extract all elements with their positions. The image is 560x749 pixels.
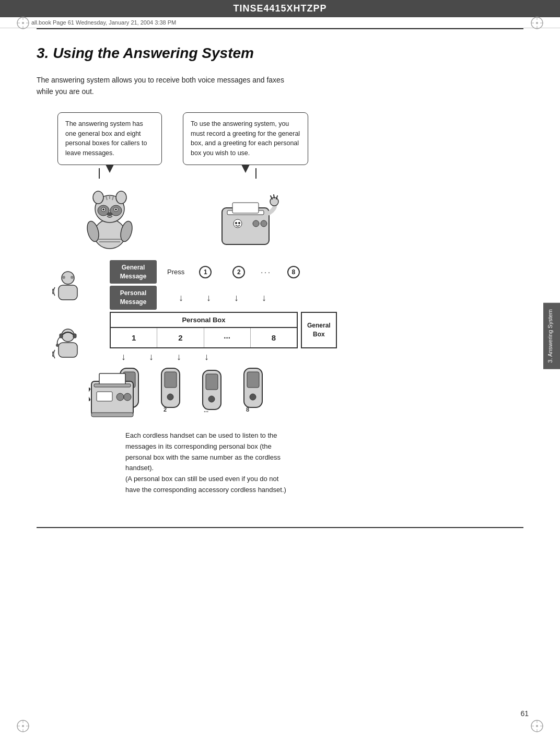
svg-rect-68 [165, 372, 177, 388]
svg-point-29 [116, 191, 126, 204]
arrow-1: ↓ [179, 292, 183, 303]
caption-text: Each cordless handset can be used to lis… [125, 430, 523, 496]
diagram-main: General Message Press 1 2 ··· 8 [110, 260, 523, 415]
handsets-row: 1 2 [110, 366, 523, 415]
intro-text: The answering system allows you to recei… [37, 76, 284, 96]
svg-point-62 [56, 344, 59, 347]
pb-cell-dots: ··· [204, 328, 251, 347]
page-number: 61 [520, 709, 529, 718]
page-number-text: 61 [520, 709, 529, 718]
file-info-text: all.book Page 61 Wednesday, January 21, … [31, 19, 176, 26]
svg-point-83 [116, 393, 124, 401]
right-bubble-col: To use the answering system, you must re… [183, 112, 308, 250]
dots-label: ··· [261, 268, 272, 276]
svg-point-1 [22, 22, 24, 24]
labels-row: General Message Press 1 2 ··· 8 [110, 260, 523, 284]
bubble-right: To use the answering system, you must re… [183, 112, 308, 165]
page-header: TINSE4415XHTZPP [0, 0, 560, 17]
svg-point-7 [536, 22, 538, 24]
fax-mascot [212, 182, 279, 250]
intro-paragraph: The answering system allows you to recei… [37, 74, 523, 98]
svg-point-56 [62, 276, 65, 279]
svg-rect-76 [247, 372, 259, 388]
main-content: 3. Using the Answering System The answer… [0, 29, 560, 527]
chapter-title: Using the Answering System [49, 45, 254, 61]
left-bubble-col: The answering system has one general box… [57, 112, 162, 250]
handset-2: 2 [156, 366, 185, 415]
svg-point-57 [71, 276, 74, 279]
svg-text:2: 2 [164, 406, 167, 413]
personal-box-header: Personal Box [111, 313, 297, 328]
circle-1: 1 [199, 266, 212, 278]
handset-dots-icon: ··· [197, 368, 226, 415]
chapter-heading: 3. Using the Answering System [37, 45, 523, 62]
svg-rect-80 [99, 373, 125, 385]
bubble-right-tail [255, 168, 256, 179]
circle-1-text: 1 [204, 268, 207, 276]
svg-text:8: 8 [246, 406, 249, 413]
bubble-left-text: The answering system has one general box… [65, 120, 147, 157]
caller-person-area [52, 271, 84, 365]
svg-rect-82 [97, 392, 112, 401]
pb-cell-8-text: 8 [272, 333, 276, 342]
reg-mark-top-left [16, 16, 30, 30]
svg-rect-61 [73, 334, 76, 338]
pb-header-text: Personal Box [182, 316, 225, 324]
press-row: Press 1 2 ··· 8 [162, 266, 310, 278]
svg-text:···: ··· [204, 408, 208, 415]
bubble-left-tail [99, 168, 100, 179]
bubbles-mascots-area: The answering system has one general box… [37, 112, 523, 250]
reg-mark-bottom-right [530, 719, 544, 733]
bottom-arrows-row: ↓ ↓ ↓ ↓ [110, 352, 523, 362]
svg-point-84 [124, 393, 131, 401]
handset-8: 8 [239, 366, 267, 415]
caller-person-2 [52, 328, 84, 365]
circle-8: 8 [287, 266, 300, 278]
svg-point-73 [208, 396, 215, 402]
general-box-text: General Box [307, 321, 331, 339]
svg-rect-72 [206, 374, 218, 390]
personal-box-table: Personal Box 1 2 ··· 8 [110, 312, 298, 348]
svg-rect-59 [59, 343, 77, 357]
caller-person-1 [52, 271, 84, 302]
bubble-left: The answering system has one general box… [57, 112, 162, 165]
chapter-number: 3. [37, 45, 49, 61]
general-message-label: General Message [110, 260, 157, 284]
bottom-rule [37, 527, 523, 528]
b-arrow-2: ↓ [149, 352, 154, 362]
svg-point-28 [93, 191, 103, 204]
raccoon-mascot [84, 182, 136, 250]
press-label: Press [167, 268, 184, 276]
pb-cell-2: 2 [157, 328, 204, 347]
pb-cell-2-text: 2 [178, 333, 182, 342]
caption-content: Each cordless handset can be used to lis… [125, 431, 286, 494]
diagram-section: General Message Press 1 2 ··· 8 [52, 260, 523, 415]
file-info-bar: all.book Page 61 Wednesday, January 21, … [0, 17, 560, 28]
pb-cells-row: 1 2 ··· 8 [111, 328, 297, 347]
pb-cell-8: 8 [251, 328, 297, 347]
circle-8-text: 8 [292, 268, 296, 276]
svg-line-51 [271, 196, 272, 199]
svg-rect-85 [91, 413, 133, 417]
svg-rect-60 [60, 334, 63, 338]
general-box-cell: General Box [301, 312, 337, 348]
handset-dots: ··· [197, 368, 226, 415]
arrow-3: ↓ [234, 292, 239, 303]
handset-8-icon: 8 [239, 366, 267, 413]
fax-machine-svg [89, 366, 136, 418]
arrow-4: ↓ [262, 292, 266, 303]
svg-point-69 [167, 394, 173, 400]
bottom-caption-area: Each cordless handset can be used to lis… [120, 430, 523, 496]
svg-point-77 [250, 394, 256, 400]
header-title: TINSE4415XHTZPP [233, 3, 326, 14]
arrow-2: ↓ [206, 292, 211, 303]
personal-message-row: Personal Message ↓ ↓ ↓ ↓ [110, 286, 523, 310]
b-arrow-4: ↓ [204, 352, 209, 362]
svg-rect-55 [59, 285, 77, 300]
personal-message-text: Personal Message [120, 289, 147, 306]
pb-cell-dots-text: ··· [224, 333, 230, 342]
b-arrow-3: ↓ [177, 352, 181, 362]
b-arrow-1: ↓ [121, 352, 126, 362]
svg-point-13 [22, 725, 24, 727]
fax-machine-diagram [89, 366, 136, 420]
